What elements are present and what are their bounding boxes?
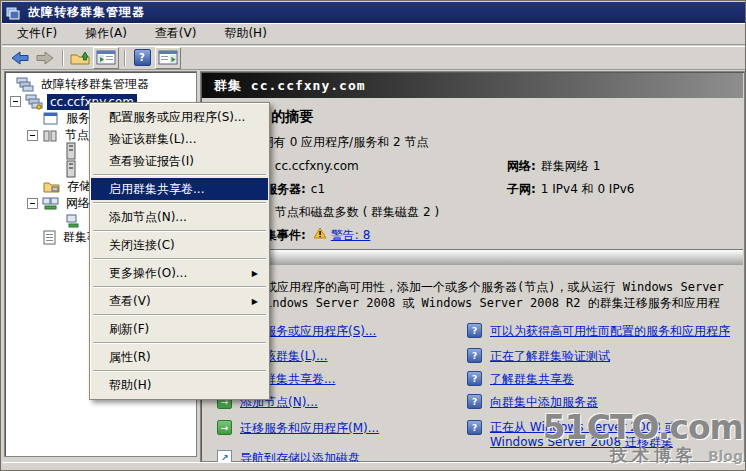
menu-item-enable-csv[interactable]: 启用群集共享卷... bbox=[91, 178, 268, 200]
cluster-manager-icon bbox=[16, 77, 34, 93]
nodes-icon bbox=[42, 129, 58, 143]
tree-item-root[interactable]: 故障转移群集管理器 bbox=[16, 76, 152, 93]
menu-item-validate-cluster[interactable]: 验证该群集(L)... bbox=[91, 128, 268, 150]
tree-item-label bbox=[81, 168, 87, 170]
menu-item-view[interactable]: 查看(V)▶ bbox=[91, 290, 268, 312]
help-link-validation[interactable]: ?正在了解群集验证测试 bbox=[467, 348, 610, 365]
results-pane: 群集 cc.ccfxny.com 群集 cc 的摘要 群集 cc 拥有 0 应用… bbox=[200, 71, 745, 462]
services-icon bbox=[43, 112, 59, 126]
submenu-arrow-icon: ▶ bbox=[252, 269, 258, 278]
help-question-icon: ? bbox=[467, 371, 482, 386]
menu-view[interactable]: 查看(V) bbox=[146, 22, 206, 45]
menu-separator bbox=[93, 258, 266, 260]
info-label: 网络: bbox=[507, 159, 536, 173]
help-link-add-server[interactable]: ?向群集中添加服务器 bbox=[467, 394, 598, 411]
console-tree-icon[interactable] bbox=[93, 47, 119, 69]
toolbar-separator bbox=[124, 50, 126, 66]
title-bar: 故障转移群集管理器 bbox=[2, 2, 746, 23]
toolbar: ? bbox=[2, 46, 746, 70]
tree-item-label: 故障转移群集管理器 bbox=[38, 75, 152, 94]
menu-separator bbox=[93, 174, 266, 176]
tree-item-label bbox=[81, 150, 87, 152]
menu-file[interactable]: 文件(F) bbox=[8, 22, 66, 45]
help-icon[interactable]: ? bbox=[130, 48, 154, 68]
tree-item-node-2[interactable] bbox=[65, 160, 87, 177]
submenu-arrow-icon: ▶ bbox=[252, 297, 258, 306]
toolbar-separator bbox=[62, 50, 64, 66]
help-question-icon: ? bbox=[467, 323, 482, 338]
menu-item-configure-service[interactable]: 配置服务或应用程序(S)... bbox=[91, 106, 268, 128]
menu-help[interactable]: 帮助(H) bbox=[215, 22, 275, 45]
menu-bar: 文件(F) 操作(A) 查看(V) 帮助(H) bbox=[2, 23, 746, 45]
green-arrow-icon: → bbox=[217, 420, 232, 435]
menu-item-add-node[interactable]: 添加节点(N)... bbox=[91, 206, 268, 228]
results-pane-header: 群集 cc.ccfxny.com bbox=[202, 73, 743, 98]
help-link-csv[interactable]: ?了解群集共享卷 bbox=[467, 371, 574, 388]
menu-item-close-connection[interactable]: 关闭连接(C) bbox=[91, 234, 268, 256]
warning-icon bbox=[313, 227, 327, 239]
link-migrate-services[interactable]: →迁移服务和应用程序(M)... bbox=[217, 420, 379, 437]
tree-item-node-1[interactable] bbox=[65, 142, 87, 159]
menu-separator bbox=[93, 230, 266, 232]
warnings-link[interactable]: 警告: 8 bbox=[331, 228, 371, 242]
cluster-context-menu: 配置服务或应用程序(S)... 验证该群集(L)... 查看验证报告(I) 启用… bbox=[89, 102, 270, 400]
tree-item-storage[interactable]: 存储 bbox=[43, 178, 94, 195]
info-subnets: 子网:1 IPv4 和 0 IPv6 bbox=[507, 181, 634, 198]
menu-action[interactable]: 操作(A) bbox=[76, 22, 136, 45]
help-link-services[interactable]: ?可以为获得高可用性而配置的服务和应用程序 bbox=[467, 323, 730, 340]
help-question-icon: ? bbox=[467, 394, 482, 409]
configure-description: 配置服务或应用程序的高可用性，添加一个或多个服务器(节点)，或从运行 Windo… bbox=[217, 279, 733, 327]
configure-section-header: 配置 bbox=[203, 249, 743, 265]
menu-separator bbox=[93, 286, 266, 288]
cluster-icon bbox=[25, 94, 43, 110]
info-value: 1 IPv4 和 0 IPv6 bbox=[541, 182, 635, 196]
info-value: cc.ccfxny.com bbox=[275, 159, 359, 173]
menu-item-more-actions[interactable]: 更多操作(O)...▶ bbox=[91, 262, 268, 284]
info-value: 节点和磁盘多数 ( 群集磁盘 2 ) bbox=[275, 205, 439, 219]
info-networks: 网络:群集网络 1 bbox=[507, 158, 600, 175]
status-bar bbox=[2, 462, 746, 471]
action-pane-icon[interactable] bbox=[155, 47, 181, 69]
menu-separator bbox=[93, 314, 266, 316]
tree-item-networks[interactable]: 网络 bbox=[27, 195, 93, 212]
menu-item-help[interactable]: 帮助(H) bbox=[91, 374, 268, 396]
tree-item-network-1[interactable] bbox=[65, 212, 91, 229]
menu-item-refresh[interactable]: 刷新(F) bbox=[91, 318, 268, 340]
collapse-icon[interactable] bbox=[27, 130, 38, 141]
menu-separator bbox=[93, 370, 266, 372]
collapse-icon[interactable] bbox=[10, 96, 21, 107]
help-link-migrating[interactable]: ?正在从 Windows Server 2003 或 Windows Serve… bbox=[467, 420, 677, 450]
server-icon bbox=[65, 160, 77, 178]
networks-icon bbox=[42, 197, 59, 211]
folder-up-icon[interactable] bbox=[68, 48, 92, 68]
events-icon bbox=[43, 230, 56, 245]
menu-separator bbox=[93, 202, 266, 204]
menu-item-view-validation-report[interactable]: 查看验证报告(I) bbox=[91, 150, 268, 172]
menu-separator bbox=[93, 342, 266, 344]
back-icon[interactable] bbox=[8, 48, 32, 68]
network-icon bbox=[65, 214, 81, 228]
help-question-icon: ? bbox=[467, 348, 482, 363]
help-question-icon: ? bbox=[467, 420, 482, 435]
server-icon bbox=[65, 142, 77, 160]
collapse-icon[interactable] bbox=[27, 198, 38, 209]
failover-cluster-manager-window: 故障转移群集管理器 文件(F) 操作(A) 查看(V) 帮助(H) ? 故 bbox=[0, 0, 746, 471]
info-label: 子网: bbox=[507, 182, 536, 196]
forward-icon[interactable] bbox=[33, 48, 57, 68]
menu-item-properties[interactable]: 属性(R) bbox=[91, 346, 268, 368]
info-value: 群集网络 1 bbox=[541, 159, 600, 173]
storage-icon bbox=[43, 180, 60, 193]
info-value: c1 bbox=[311, 182, 325, 196]
window-title: 故障转移群集管理器 bbox=[28, 4, 145, 21]
app-icon bbox=[6, 6, 20, 20]
